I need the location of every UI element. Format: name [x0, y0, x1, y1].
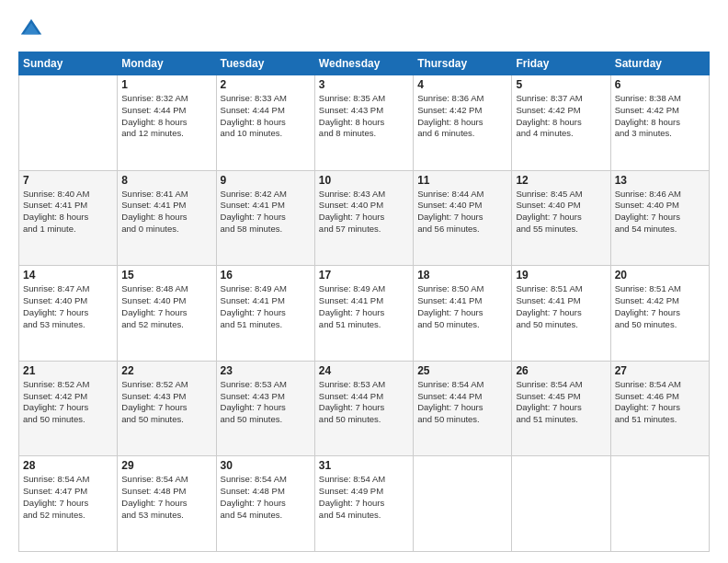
- day-number: 25: [417, 364, 507, 377]
- calendar-cell: 4Sunrise: 8:36 AM Sunset: 4:42 PM Daylig…: [414, 75, 512, 171]
- cell-daylight-info: Sunrise: 8:42 AM Sunset: 4:41 PM Dayligh…: [221, 189, 311, 236]
- cell-daylight-info: Sunrise: 8:50 AM Sunset: 4:41 PM Dayligh…: [417, 283, 507, 330]
- calendar-week-row: 21Sunrise: 8:52 AM Sunset: 4:42 PM Dayli…: [19, 361, 710, 456]
- calendar-week-row: 7Sunrise: 8:40 AM Sunset: 4:41 PM Daylig…: [19, 170, 710, 266]
- day-number: 17: [319, 269, 409, 282]
- day-number: 2: [221, 78, 311, 91]
- day-number: 14: [23, 269, 113, 282]
- calendar-cell: 10Sunrise: 8:43 AM Sunset: 4:40 PM Dayli…: [314, 170, 413, 266]
- calendar-cell: 15Sunrise: 8:48 AM Sunset: 4:40 PM Dayli…: [118, 266, 216, 362]
- cell-daylight-info: Sunrise: 8:41 AM Sunset: 4:41 PM Dayligh…: [121, 189, 211, 236]
- cell-daylight-info: Sunrise: 8:43 AM Sunset: 4:40 PM Dayligh…: [319, 189, 409, 236]
- cell-daylight-info: Sunrise: 8:37 AM Sunset: 4:42 PM Dayligh…: [516, 93, 606, 140]
- day-number: 15: [121, 269, 211, 282]
- cell-daylight-info: Sunrise: 8:54 AM Sunset: 4:48 PM Dayligh…: [121, 474, 211, 521]
- day-number: 9: [221, 174, 311, 187]
- calendar-cell: 17Sunrise: 8:49 AM Sunset: 4:41 PM Dayli…: [314, 266, 413, 362]
- calendar-cell: 28Sunrise: 8:54 AM Sunset: 4:47 PM Dayli…: [19, 456, 118, 552]
- calendar-cell: 11Sunrise: 8:44 AM Sunset: 4:40 PM Dayli…: [414, 170, 512, 266]
- day-number: 31: [319, 459, 409, 472]
- calendar-cell: 5Sunrise: 8:37 AM Sunset: 4:42 PM Daylig…: [512, 75, 610, 171]
- header: [18, 17, 710, 42]
- calendar-week-row: 28Sunrise: 8:54 AM Sunset: 4:47 PM Dayli…: [19, 456, 710, 552]
- day-number: 3: [319, 78, 409, 91]
- cell-daylight-info: Sunrise: 8:33 AM Sunset: 4:44 PM Dayligh…: [221, 93, 311, 140]
- calendar-cell: 2Sunrise: 8:33 AM Sunset: 4:44 PM Daylig…: [216, 75, 314, 171]
- logo: [18, 17, 48, 42]
- cell-daylight-info: Sunrise: 8:35 AM Sunset: 4:43 PM Dayligh…: [319, 93, 409, 140]
- weekday-header-thursday: Thursday: [414, 52, 512, 75]
- calendar-cell: 13Sunrise: 8:46 AM Sunset: 4:40 PM Dayli…: [610, 170, 709, 266]
- cell-daylight-info: Sunrise: 8:53 AM Sunset: 4:43 PM Dayligh…: [221, 379, 311, 426]
- calendar-cell: 31Sunrise: 8:54 AM Sunset: 4:49 PM Dayli…: [314, 456, 413, 552]
- cell-daylight-info: Sunrise: 8:36 AM Sunset: 4:42 PM Dayligh…: [417, 93, 507, 140]
- cell-daylight-info: Sunrise: 8:54 AM Sunset: 4:44 PM Dayligh…: [417, 379, 507, 426]
- calendar-cell: [414, 456, 512, 552]
- day-number: 22: [121, 364, 211, 377]
- day-number: 4: [417, 78, 507, 91]
- day-number: 28: [23, 459, 113, 472]
- calendar-cell: 27Sunrise: 8:54 AM Sunset: 4:46 PM Dayli…: [610, 361, 709, 456]
- calendar-cell: 1Sunrise: 8:32 AM Sunset: 4:44 PM Daylig…: [118, 75, 216, 171]
- logo-icon: [18, 17, 44, 42]
- day-number: 10: [319, 174, 409, 187]
- day-number: 23: [221, 364, 311, 377]
- day-number: 5: [516, 78, 606, 91]
- calendar-cell: 22Sunrise: 8:52 AM Sunset: 4:43 PM Dayli…: [118, 361, 216, 456]
- calendar-cell: 14Sunrise: 8:47 AM Sunset: 4:40 PM Dayli…: [19, 266, 118, 362]
- calendar-cell: 3Sunrise: 8:35 AM Sunset: 4:43 PM Daylig…: [314, 75, 413, 171]
- day-number: 13: [615, 174, 705, 187]
- day-number: 18: [417, 269, 507, 282]
- cell-daylight-info: Sunrise: 8:44 AM Sunset: 4:40 PM Dayligh…: [417, 189, 507, 236]
- calendar-cell: 23Sunrise: 8:53 AM Sunset: 4:43 PM Dayli…: [216, 361, 314, 456]
- cell-daylight-info: Sunrise: 8:54 AM Sunset: 4:47 PM Dayligh…: [23, 474, 113, 521]
- page: SundayMondayTuesdayWednesdayThursdayFrid…: [0, 0, 728, 563]
- calendar-table: SundayMondayTuesdayWednesdayThursdayFrid…: [18, 52, 710, 552]
- calendar-cell: 25Sunrise: 8:54 AM Sunset: 4:44 PM Dayli…: [414, 361, 512, 456]
- calendar-week-row: 14Sunrise: 8:47 AM Sunset: 4:40 PM Dayli…: [19, 266, 710, 362]
- day-number: 30: [221, 459, 311, 472]
- day-number: 26: [516, 364, 606, 377]
- cell-daylight-info: Sunrise: 8:54 AM Sunset: 4:46 PM Dayligh…: [615, 379, 705, 426]
- calendar-cell: 26Sunrise: 8:54 AM Sunset: 4:45 PM Dayli…: [512, 361, 610, 456]
- calendar-cell: 12Sunrise: 8:45 AM Sunset: 4:40 PM Dayli…: [512, 170, 610, 266]
- cell-daylight-info: Sunrise: 8:51 AM Sunset: 4:41 PM Dayligh…: [516, 283, 606, 330]
- cell-daylight-info: Sunrise: 8:52 AM Sunset: 4:42 PM Dayligh…: [23, 379, 113, 426]
- day-number: 20: [615, 269, 705, 282]
- day-number: 16: [221, 269, 311, 282]
- weekday-header-friday: Friday: [512, 52, 610, 75]
- weekday-header-row: SundayMondayTuesdayWednesdayThursdayFrid…: [19, 52, 710, 75]
- weekday-header-sunday: Sunday: [19, 52, 118, 75]
- cell-daylight-info: Sunrise: 8:54 AM Sunset: 4:49 PM Dayligh…: [319, 474, 409, 521]
- calendar-cell: 21Sunrise: 8:52 AM Sunset: 4:42 PM Dayli…: [19, 361, 118, 456]
- cell-daylight-info: Sunrise: 8:40 AM Sunset: 4:41 PM Dayligh…: [23, 189, 113, 236]
- day-number: 7: [23, 174, 113, 187]
- day-number: 19: [516, 269, 606, 282]
- calendar-cell: [610, 456, 709, 552]
- day-number: 24: [319, 364, 409, 377]
- calendar-cell: 9Sunrise: 8:42 AM Sunset: 4:41 PM Daylig…: [216, 170, 314, 266]
- calendar-cell: 30Sunrise: 8:54 AM Sunset: 4:48 PM Dayli…: [216, 456, 314, 552]
- cell-daylight-info: Sunrise: 8:49 AM Sunset: 4:41 PM Dayligh…: [221, 283, 311, 330]
- day-number: 29: [121, 459, 211, 472]
- calendar-cell: 24Sunrise: 8:53 AM Sunset: 4:44 PM Dayli…: [314, 361, 413, 456]
- cell-daylight-info: Sunrise: 8:53 AM Sunset: 4:44 PM Dayligh…: [319, 379, 409, 426]
- day-number: 6: [615, 78, 705, 91]
- cell-daylight-info: Sunrise: 8:51 AM Sunset: 4:42 PM Dayligh…: [615, 283, 705, 330]
- calendar-cell: [512, 456, 610, 552]
- cell-daylight-info: Sunrise: 8:45 AM Sunset: 4:40 PM Dayligh…: [516, 189, 606, 236]
- weekday-header-saturday: Saturday: [610, 52, 709, 75]
- cell-daylight-info: Sunrise: 8:38 AM Sunset: 4:42 PM Dayligh…: [615, 93, 705, 140]
- weekday-header-wednesday: Wednesday: [314, 52, 413, 75]
- cell-daylight-info: Sunrise: 8:32 AM Sunset: 4:44 PM Dayligh…: [121, 93, 211, 140]
- calendar-cell: 19Sunrise: 8:51 AM Sunset: 4:41 PM Dayli…: [512, 266, 610, 362]
- calendar-cell: 20Sunrise: 8:51 AM Sunset: 4:42 PM Dayli…: [610, 266, 709, 362]
- cell-daylight-info: Sunrise: 8:48 AM Sunset: 4:40 PM Dayligh…: [121, 283, 211, 330]
- day-number: 12: [516, 174, 606, 187]
- calendar-cell: [19, 75, 118, 171]
- calendar-week-row: 1Sunrise: 8:32 AM Sunset: 4:44 PM Daylig…: [19, 75, 710, 171]
- calendar-cell: 16Sunrise: 8:49 AM Sunset: 4:41 PM Dayli…: [216, 266, 314, 362]
- day-number: 27: [615, 364, 705, 377]
- cell-daylight-info: Sunrise: 8:54 AM Sunset: 4:48 PM Dayligh…: [221, 474, 311, 521]
- weekday-header-tuesday: Tuesday: [216, 52, 314, 75]
